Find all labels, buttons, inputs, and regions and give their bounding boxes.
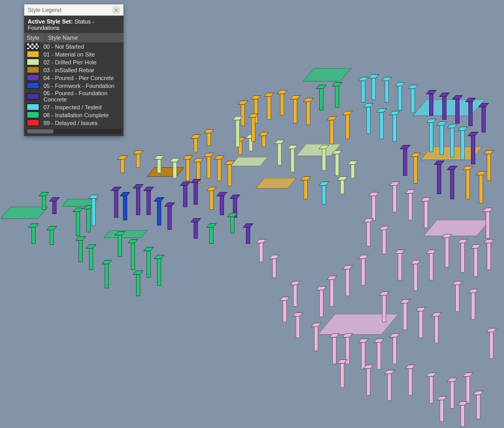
foundation-pier[interactable] xyxy=(393,112,397,142)
foundation-pier[interactable] xyxy=(220,194,224,215)
foundation-pier[interactable] xyxy=(306,99,310,125)
foundation-pier[interactable] xyxy=(283,298,287,322)
foundation-pier[interactable] xyxy=(246,225,250,244)
legend-row[interactable]: 06 - Poured - Foundation Concrete xyxy=(24,89,124,103)
foundation-pier[interactable] xyxy=(461,128,465,160)
foundation-slab[interactable] xyxy=(255,178,297,188)
foundation-pier[interactable] xyxy=(319,86,323,110)
foundation-pier[interactable] xyxy=(76,209,80,236)
foundation-pier[interactable] xyxy=(147,249,151,278)
foundation-pier[interactable] xyxy=(52,199,57,214)
foundation-pier[interactable] xyxy=(330,118,334,144)
foundation-pier[interactable] xyxy=(424,199,428,228)
foundation-pier[interactable] xyxy=(136,186,140,215)
foundation-pier[interactable] xyxy=(335,152,339,176)
foundation-pier[interactable] xyxy=(31,225,36,244)
foundation-pier[interactable] xyxy=(230,215,234,233)
foundation-pier[interactable] xyxy=(419,309,423,338)
foundation-pier[interactable] xyxy=(322,147,326,171)
foundation-pier[interactable] xyxy=(440,398,444,422)
foundation-pier[interactable] xyxy=(398,84,402,110)
foundation-slab[interactable] xyxy=(423,220,490,236)
foundation-pier[interactable] xyxy=(361,78,365,103)
foundation-pier[interactable] xyxy=(413,154,418,184)
foundation-pier[interactable] xyxy=(461,403,465,427)
foundation-pier[interactable] xyxy=(481,105,486,132)
foundation-pier[interactable] xyxy=(411,86,415,113)
foundation-pier[interactable] xyxy=(267,94,271,120)
close-icon[interactable]: ✕ xyxy=(113,6,120,14)
legend-row[interactable]: 05 - Formwork - Foundation xyxy=(24,82,124,89)
foundation-pier[interactable] xyxy=(228,162,232,186)
foundation-pier[interactable] xyxy=(147,188,151,215)
foundation-pier[interactable] xyxy=(382,293,386,322)
foundation-pier[interactable] xyxy=(372,194,376,220)
legend-row[interactable]: 08 - Installation Complete xyxy=(24,111,124,119)
foundation-pier[interactable] xyxy=(450,126,454,157)
foundation-pier[interactable] xyxy=(241,102,245,126)
foundation-pier[interactable] xyxy=(207,154,211,178)
foundation-pier[interactable] xyxy=(236,118,240,147)
foundation-pier[interactable] xyxy=(50,228,54,245)
legend-row[interactable]: 03 - inStalled Rebar xyxy=(24,66,124,74)
foundation-pier[interactable] xyxy=(157,157,161,173)
foundation-pier[interactable] xyxy=(136,152,140,168)
foundation-pier[interactable] xyxy=(440,123,444,155)
foundation-pier[interactable] xyxy=(393,183,397,212)
foundation-pier[interactable] xyxy=(217,157,221,181)
foundation-pier[interactable] xyxy=(345,112,350,139)
foundation-pier[interactable] xyxy=(272,256,276,278)
foundation-pier[interactable] xyxy=(408,366,412,396)
foundation-pier[interactable] xyxy=(92,196,96,226)
foundation-pier[interactable] xyxy=(332,335,337,364)
foundation-pier[interactable] xyxy=(408,191,412,220)
foundation-pier[interactable] xyxy=(429,120,433,152)
foundation-pier[interactable] xyxy=(461,241,465,273)
foundation-pier[interactable] xyxy=(429,92,433,116)
legend-scrollbar-thumb[interactable] xyxy=(27,129,53,133)
foundation-pier[interactable] xyxy=(377,340,381,369)
legend-titlebar[interactable]: Style Legend ✕ xyxy=(24,4,124,16)
foundation-pier[interactable] xyxy=(322,183,326,205)
foundation-pier[interactable] xyxy=(157,256,161,286)
foundation-slab[interactable] xyxy=(303,68,352,82)
foundation-pier[interactable] xyxy=(366,220,371,246)
foundation-pier[interactable] xyxy=(487,152,491,181)
foundation-pier[interactable] xyxy=(157,199,161,226)
foundation-pier[interactable] xyxy=(471,290,475,320)
foundation-pier[interactable] xyxy=(345,267,350,296)
foundation-pier[interactable] xyxy=(89,246,93,270)
legend-row[interactable]: 00 - Not Started xyxy=(24,42,124,50)
foundation-pier[interactable] xyxy=(136,272,140,296)
foundation-pier[interactable] xyxy=(42,194,46,210)
foundation-pier[interactable] xyxy=(290,147,295,172)
foundation-pier[interactable] xyxy=(207,131,211,146)
foundation-pier[interactable] xyxy=(372,76,376,100)
foundation-pier[interactable] xyxy=(280,92,284,116)
foundation-pier[interactable] xyxy=(330,277,334,307)
foundation-pier[interactable] xyxy=(361,256,365,286)
foundation-pier[interactable] xyxy=(209,188,214,210)
foundation-slab[interactable] xyxy=(318,314,399,335)
foundation-pier[interactable] xyxy=(442,94,446,120)
foundation-pier[interactable] xyxy=(194,181,198,205)
foundation-pier[interactable] xyxy=(340,178,344,194)
foundation-pier[interactable] xyxy=(194,136,198,152)
foundation-pier[interactable] xyxy=(319,288,323,317)
legend-scrollbar[interactable] xyxy=(26,129,121,134)
foundation-pier[interactable] xyxy=(79,238,83,262)
foundation-pier[interactable] xyxy=(403,301,407,330)
foundation-pier[interactable] xyxy=(445,235,449,267)
foundation-pier[interactable] xyxy=(120,157,125,173)
foundation-pier[interactable] xyxy=(314,324,318,351)
style-legend-panel[interactable]: Style Legend ✕ Active Style Set: Status … xyxy=(24,4,124,136)
foundation-pier[interactable] xyxy=(476,392,480,419)
legend-row[interactable]: 02 - Drilled Pier Hole xyxy=(24,58,124,66)
foundation-pier[interactable] xyxy=(486,209,490,239)
foundation-pier[interactable] xyxy=(437,162,441,194)
foundation-pier[interactable] xyxy=(450,167,454,199)
foundation-pier[interactable] xyxy=(293,97,297,123)
foundation-pier[interactable] xyxy=(123,194,127,220)
foundation-pier[interactable] xyxy=(474,246,478,277)
foundation-pier[interactable] xyxy=(131,241,135,270)
